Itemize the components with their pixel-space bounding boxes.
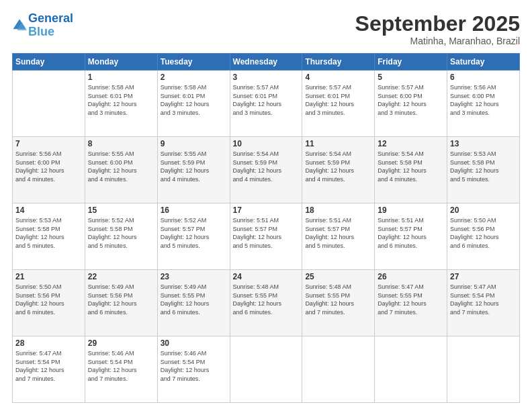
day-info: Sunrise: 5:46 AMSunset: 5:54 PMDaylight:… [88, 349, 154, 383]
day-number: 30 [161, 338, 227, 348]
col-sunday: Sunday [13, 54, 85, 71]
page: General Blue September 2025 Matinha, Mar… [0, 0, 532, 411]
day-number: 12 [378, 139, 444, 148]
day-info: Sunrise: 5:50 AMSunset: 5:56 PMDaylight:… [15, 283, 82, 316]
day-info: Sunrise: 5:50 AMSunset: 5:56 PMDaylight:… [450, 216, 517, 250]
day-number: 15 [88, 205, 154, 215]
logo-line1: General [28, 11, 73, 25]
col-tuesday: Tuesday [157, 54, 230, 71]
day-number: 18 [305, 205, 371, 215]
calendar-cell: 13Sunrise: 5:53 AMSunset: 5:58 PMDayligh… [447, 137, 520, 203]
day-number: 16 [161, 205, 227, 215]
day-number: 28 [15, 338, 82, 348]
calendar-cell [302, 336, 375, 403]
calendar-cell: 21Sunrise: 5:50 AMSunset: 5:56 PMDayligh… [13, 270, 85, 336]
day-info: Sunrise: 5:51 AMSunset: 5:57 PMDaylight:… [378, 216, 444, 250]
calendar-header-row: Sunday Monday Tuesday Wednesday Thursday… [13, 54, 520, 71]
day-info: Sunrise: 5:53 AMSunset: 5:58 PMDaylight:… [15, 216, 82, 250]
day-info: Sunrise: 5:58 AMSunset: 6:01 PMDaylight:… [161, 83, 227, 117]
header: General Blue September 2025 Matinha, Mar… [12, 12, 520, 46]
day-info: Sunrise: 5:49 AMSunset: 5:56 PMDaylight:… [88, 283, 154, 316]
logo: General Blue [12, 12, 73, 39]
day-info: Sunrise: 5:56 AMSunset: 6:00 PMDaylight:… [450, 83, 517, 117]
calendar-cell: 28Sunrise: 5:47 AMSunset: 5:54 PMDayligh… [13, 336, 85, 403]
day-number: 1 [88, 73, 154, 82]
calendar-cell: 14Sunrise: 5:53 AMSunset: 5:58 PMDayligh… [13, 203, 85, 270]
day-number: 9 [161, 139, 227, 148]
calendar-cell: 24Sunrise: 5:48 AMSunset: 5:55 PMDayligh… [230, 270, 302, 336]
calendar-cell: 9Sunrise: 5:55 AMSunset: 5:59 PMDaylight… [157, 137, 230, 203]
day-info: Sunrise: 5:48 AMSunset: 5:55 PMDaylight:… [305, 283, 371, 316]
day-info: Sunrise: 5:51 AMSunset: 5:57 PMDaylight:… [305, 216, 371, 250]
day-number: 22 [88, 272, 154, 281]
calendar-cell: 19Sunrise: 5:51 AMSunset: 5:57 PMDayligh… [375, 203, 447, 270]
calendar-cell: 16Sunrise: 5:52 AMSunset: 5:57 PMDayligh… [157, 203, 230, 270]
calendar-cell: 6Sunrise: 5:56 AMSunset: 6:00 PMDaylight… [447, 71, 520, 137]
calendar-cell: 7Sunrise: 5:56 AMSunset: 6:00 PMDaylight… [13, 137, 85, 203]
col-wednesday: Wednesday [230, 54, 302, 71]
day-number: 27 [450, 272, 517, 281]
day-info: Sunrise: 5:52 AMSunset: 5:58 PMDaylight:… [88, 216, 154, 250]
day-info: Sunrise: 5:49 AMSunset: 5:55 PMDaylight:… [161, 283, 227, 316]
calendar-cell: 2Sunrise: 5:58 AMSunset: 6:01 PMDaylight… [157, 71, 230, 137]
calendar-cell: 25Sunrise: 5:48 AMSunset: 5:55 PMDayligh… [302, 270, 375, 336]
calendar-cell: 22Sunrise: 5:49 AMSunset: 5:56 PMDayligh… [85, 270, 157, 336]
day-number: 6 [450, 73, 517, 82]
calendar-cell: 20Sunrise: 5:50 AMSunset: 5:56 PMDayligh… [447, 203, 520, 270]
col-friday: Friday [375, 54, 447, 71]
day-number: 29 [88, 338, 154, 348]
calendar-cell: 15Sunrise: 5:52 AMSunset: 5:58 PMDayligh… [85, 203, 157, 270]
logo-text: General Blue [28, 12, 73, 39]
day-info: Sunrise: 5:53 AMSunset: 5:58 PMDaylight:… [450, 150, 517, 183]
calendar-cell: 30Sunrise: 5:46 AMSunset: 5:54 PMDayligh… [157, 336, 230, 403]
day-info: Sunrise: 5:57 AMSunset: 6:01 PMDaylight:… [305, 83, 371, 117]
day-number: 4 [305, 73, 371, 82]
day-info: Sunrise: 5:46 AMSunset: 5:54 PMDaylight:… [161, 349, 227, 383]
calendar-cell: 12Sunrise: 5:54 AMSunset: 5:58 PMDayligh… [375, 137, 447, 203]
day-number: 21 [15, 272, 82, 281]
day-number: 24 [233, 272, 300, 281]
day-info: Sunrise: 5:55 AMSunset: 6:00 PMDaylight:… [88, 150, 154, 183]
day-number: 2 [161, 73, 227, 82]
col-saturday: Saturday [447, 54, 520, 71]
calendar-week-2: 7Sunrise: 5:56 AMSunset: 6:00 PMDaylight… [13, 137, 520, 203]
day-info: Sunrise: 5:54 AMSunset: 5:58 PMDaylight:… [378, 150, 444, 183]
day-info: Sunrise: 5:47 AMSunset: 5:54 PMDaylight:… [450, 283, 517, 316]
location-subtitle: Matinha, Maranhao, Brazil [355, 36, 520, 46]
calendar-cell: 26Sunrise: 5:47 AMSunset: 5:55 PMDayligh… [375, 270, 447, 336]
calendar-cell: 27Sunrise: 5:47 AMSunset: 5:54 PMDayligh… [447, 270, 520, 336]
day-number: 10 [233, 139, 300, 148]
day-number: 25 [305, 272, 371, 281]
calendar-cell: 23Sunrise: 5:49 AMSunset: 5:55 PMDayligh… [157, 270, 230, 336]
day-number: 14 [15, 205, 82, 215]
calendar-cell: 1Sunrise: 5:58 AMSunset: 6:01 PMDaylight… [85, 71, 157, 137]
calendar-cell [13, 71, 85, 137]
day-info: Sunrise: 5:57 AMSunset: 6:00 PMDaylight:… [378, 83, 444, 117]
calendar-cell [375, 336, 447, 403]
col-monday: Monday [85, 54, 157, 71]
day-info: Sunrise: 5:54 AMSunset: 5:59 PMDaylight:… [233, 150, 300, 183]
day-number: 23 [161, 272, 227, 281]
day-info: Sunrise: 5:48 AMSunset: 5:55 PMDaylight:… [233, 283, 300, 316]
calendar-week-4: 21Sunrise: 5:50 AMSunset: 5:56 PMDayligh… [13, 270, 520, 336]
day-info: Sunrise: 5:52 AMSunset: 5:57 PMDaylight:… [161, 216, 227, 250]
logo-line2: Blue [28, 25, 54, 38]
calendar-cell: 11Sunrise: 5:54 AMSunset: 5:59 PMDayligh… [302, 137, 375, 203]
day-number: 19 [378, 205, 444, 215]
day-info: Sunrise: 5:51 AMSunset: 5:57 PMDaylight:… [233, 216, 300, 250]
month-title: September 2025 [355, 12, 520, 36]
calendar-cell: 29Sunrise: 5:46 AMSunset: 5:54 PMDayligh… [85, 336, 157, 403]
day-number: 26 [378, 272, 444, 281]
day-number: 20 [450, 205, 517, 215]
day-number: 7 [15, 139, 82, 148]
day-info: Sunrise: 5:54 AMSunset: 5:59 PMDaylight:… [305, 150, 371, 183]
day-number: 13 [450, 139, 517, 148]
day-number: 5 [378, 73, 444, 82]
col-thursday: Thursday [302, 54, 375, 71]
day-info: Sunrise: 5:55 AMSunset: 5:59 PMDaylight:… [161, 150, 227, 183]
day-info: Sunrise: 5:58 AMSunset: 6:01 PMDaylight:… [88, 83, 154, 117]
day-number: 11 [305, 139, 371, 148]
calendar-table: Sunday Monday Tuesday Wednesday Thursday… [12, 53, 520, 403]
calendar-cell: 17Sunrise: 5:51 AMSunset: 5:57 PMDayligh… [230, 203, 302, 270]
calendar-cell: 10Sunrise: 5:54 AMSunset: 5:59 PMDayligh… [230, 137, 302, 203]
